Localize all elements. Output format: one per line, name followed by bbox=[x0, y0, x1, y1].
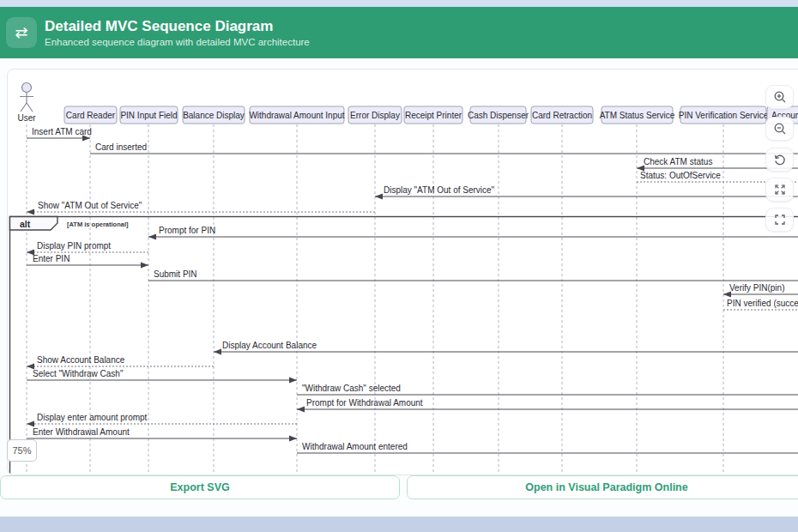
export-svg-button[interactable]: Export SVG bbox=[0, 475, 400, 499]
reset-view-button[interactable] bbox=[765, 148, 794, 172]
svg-text:[ATM is operational]: [ATM is operational] bbox=[67, 221, 129, 228]
actor-user: User bbox=[17, 83, 36, 124]
expand-arrows-icon bbox=[773, 183, 787, 196]
open-visual-paradigm-button[interactable]: Open in Visual Paradigm Online bbox=[407, 475, 798, 499]
svg-text:Withdrawal Amount Input: Withdrawal Amount Input bbox=[249, 111, 344, 120]
svg-text:Card Reader: Card Reader bbox=[66, 111, 116, 120]
diagram-canvas[interactable]: UserCard ReaderPIN Input FieldBalance Di… bbox=[7, 69, 798, 475]
svg-text:Display PIN prompt: Display PIN prompt bbox=[37, 241, 111, 251]
svg-text:Receipt Printer: Receipt Printer bbox=[405, 111, 462, 120]
fit-to-screen-button[interactable] bbox=[765, 178, 794, 202]
svg-text:Enter Withdrawal Amount: Enter Withdrawal Amount bbox=[33, 427, 130, 437]
page-subtitle: Enhanced sequence diagram with detailed … bbox=[45, 37, 310, 47]
svg-text:Enter PIN: Enter PIN bbox=[33, 254, 70, 263]
lifeline-head-boxes: Card ReaderPIN Input FieldBalance Displa… bbox=[64, 106, 798, 124]
messages: Insert ATM cardCard insertedCheck ATM st… bbox=[27, 127, 798, 453]
svg-text:Status: OutOfService: Status: OutOfService bbox=[640, 171, 721, 180]
svg-text:Prompt for PIN: Prompt for PIN bbox=[159, 226, 215, 235]
magnifier-minus-icon bbox=[773, 122, 787, 136]
svg-text:ATM Status Service: ATM Status Service bbox=[600, 111, 675, 120]
svg-text:PIN Verification Service: PIN Verification Service bbox=[679, 111, 769, 120]
sequence-diagram: UserCard ReaderPIN Input FieldBalance Di… bbox=[8, 70, 798, 475]
svg-text:Display enter amount prompt: Display enter amount prompt bbox=[37, 413, 148, 422]
svg-text:Withdrawal Amount entered: Withdrawal Amount entered bbox=[302, 442, 408, 451]
svg-text:Insert ATM card: Insert ATM card bbox=[32, 127, 92, 136]
svg-text:alt: alt bbox=[20, 219, 31, 229]
diagram-card: ⇄ Detailed MVC Sequence Diagram Enhanced… bbox=[0, 7, 798, 517]
page-title: Detailed MVC Sequence Diagram bbox=[45, 18, 310, 35]
corner-brackets-icon bbox=[773, 213, 787, 227]
svg-text:Display "ATM Out of Service": Display "ATM Out of Service" bbox=[384, 185, 495, 195]
svg-text:Error Display: Error Display bbox=[350, 111, 400, 120]
svg-text:PIN verified (success): PIN verified (success) bbox=[727, 299, 798, 308]
svg-text:Card inserted: Card inserted bbox=[95, 142, 147, 152]
svg-text:Prompt for Withdrawal Amount: Prompt for Withdrawal Amount bbox=[306, 398, 423, 408]
zoom-level-badge: 75% bbox=[7, 439, 37, 462]
svg-text:Cash Dispenser: Cash Dispenser bbox=[468, 111, 529, 120]
svg-text:Verify PIN(pin): Verify PIN(pin) bbox=[729, 283, 784, 293]
card-header: ⇄ Detailed MVC Sequence Diagram Enhanced… bbox=[0, 7, 798, 58]
svg-text:Select "Withdraw Cash": Select "Withdraw Cash" bbox=[33, 369, 124, 378]
rotate-ccw-icon bbox=[773, 153, 787, 166]
svg-text:PIN Input Field: PIN Input Field bbox=[120, 111, 177, 120]
svg-text:Check ATM status: Check ATM status bbox=[644, 157, 712, 166]
magnifier-plus-icon bbox=[773, 90, 787, 104]
svg-text:Display Account Balance: Display Account Balance bbox=[222, 341, 317, 350]
svg-text:Show Account Balance: Show Account Balance bbox=[37, 355, 125, 365]
swap-arrows-icon: ⇄ bbox=[6, 17, 37, 48]
svg-text:"Withdraw Cash" selected: "Withdraw Cash" selected bbox=[302, 384, 401, 393]
zoom-in-button[interactable] bbox=[765, 85, 794, 109]
zoom-out-button[interactable] bbox=[765, 117, 794, 141]
svg-text:Balance Display: Balance Display bbox=[183, 111, 245, 120]
svg-text:Show "ATM Out of Service": Show "ATM Out of Service" bbox=[38, 201, 142, 210]
fullscreen-button[interactable] bbox=[765, 208, 794, 232]
svg-text:Card Retraction: Card Retraction bbox=[532, 111, 592, 120]
header-text: Detailed MVC Sequence Diagram Enhanced s… bbox=[45, 18, 310, 47]
svg-text:User: User bbox=[17, 113, 36, 123]
svg-text:Submit PIN: Submit PIN bbox=[154, 269, 197, 279]
